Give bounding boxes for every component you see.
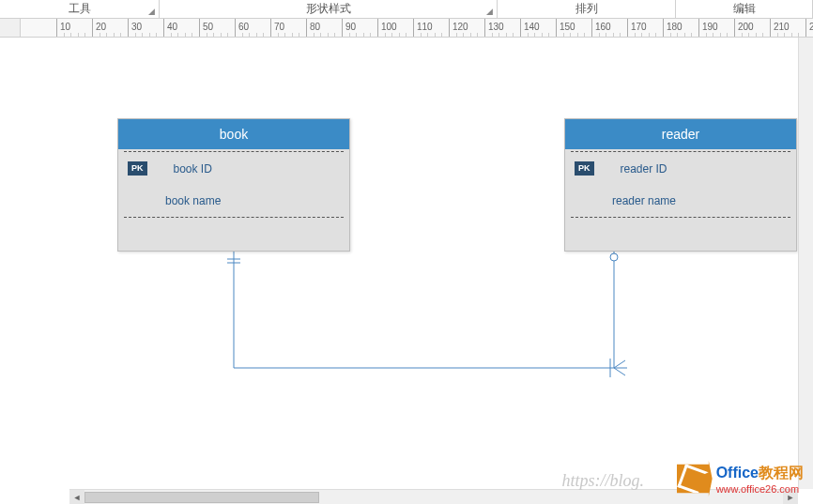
ruler-tick: 190 [698,19,699,38]
scroll-thumb[interactable] [84,492,319,503]
pk-badge: PK [575,161,594,176]
logo-word-office: Office [716,465,759,481]
ribbon: 工具◢形状样式◢排列编辑 [0,0,813,19]
attribute-name: book name [165,194,221,207]
ruler-tick-label: 180 [667,22,683,32]
ruler-tick: 130 [484,19,485,38]
ribbon-group-1[interactable]: 形状样式◢ [160,0,498,18]
ruler-tick-label: 150 [560,22,575,32]
relationship-connector [21,38,813,488]
ruler-tick: 80 [306,19,307,38]
vertical-scrollbar[interactable] [798,38,813,489]
ruler-tick: 170 [627,19,628,38]
dialog-launcher-icon[interactable]: ◢ [484,7,494,16]
svg-point-5 [610,253,618,261]
ribbon-group-0[interactable]: 工具◢ [0,0,160,18]
pk-badge: PK [128,161,147,176]
ruler-tick: 110 [413,19,414,38]
entity-attr-row: book name [118,185,349,217]
ribbon-group-label: 排列 [575,1,598,17]
ruler-tick-label: 210 [774,22,790,32]
ruler-tick-label: 60 [238,22,249,32]
ruler-tick: 200 [734,19,735,38]
ruler-tick-label: 200 [738,22,754,32]
ruler-tick: 70 [270,19,271,38]
entity-title: book [118,119,349,149]
site-logo: Office教程网 www.office26.com [677,461,804,496]
ruler-tick-label: 40 [167,22,177,32]
ribbon-group-label: 形状样式 [306,1,351,17]
attribute-name: reader ID [621,162,667,176]
ruler-tick: 90 [342,19,343,38]
ruler-tick-label: 70 [274,22,284,32]
drawing-canvas[interactable]: book PK book ID book name reader PK read… [21,38,798,489]
entity-reader[interactable]: reader PK reader ID reader name [564,118,797,252]
ruler-tick-label: 90 [345,22,356,32]
ruler-tick: 220 [805,19,806,38]
attribute-name: book ID [174,162,212,176]
ruler-tick-label: 20 [96,22,106,32]
separator [571,217,790,218]
logo-word-cn: 教程网 [759,465,804,481]
ruler-tick-label: 160 [595,22,611,32]
ruler-tick-label: 130 [488,22,504,32]
dialog-launcher-icon[interactable]: ◢ [146,7,156,16]
ruler-tick: 160 [591,19,592,38]
ruler-tick: 50 [199,19,200,38]
ruler-tick-label: 140 [524,22,540,32]
logo-arrow-icon [677,461,713,496]
watermark-text: https://blog. [561,471,644,491]
ruler-tick: 210 [770,19,771,38]
horizontal-ruler: 1020304050607080901001101201301401501601… [0,19,813,38]
ruler-tick-label: 110 [417,22,433,32]
separator [124,217,344,218]
ribbon-group-3[interactable]: 编辑 [676,0,813,18]
entity-title: reader [565,119,796,149]
ruler-tick: 120 [449,19,450,38]
ruler-tick-label: 170 [631,22,647,32]
ruler-tick: 30 [128,19,129,38]
attribute-name: reader name [612,194,676,207]
ruler-tick-label: 190 [702,22,718,32]
ruler-tick: 40 [163,19,164,38]
ruler-tick: 140 [520,19,521,38]
svg-line-6 [614,360,625,368]
entity-book[interactable]: book PK book ID book name [117,118,350,252]
entity-attr-row: reader name [565,185,796,217]
ruler-corner-stub [0,19,21,38]
ribbon-group-2[interactable]: 排列 [498,0,676,18]
svg-line-7 [614,368,625,375]
logo-text-block: Office教程网 www.office26.com [716,464,804,495]
ribbon-group-label: 工具 [69,1,91,17]
entity-pk-row: PK book ID [118,152,349,185]
ruler-tick-label: 80 [310,22,320,32]
ruler-tick: 10 [56,19,57,38]
ruler-tick-label: 120 [453,22,468,32]
ruler-tick: 100 [377,19,378,38]
ruler-tick-label: 100 [381,22,397,32]
entity-pk-row: PK reader ID [565,152,796,185]
ruler-tick: 20 [92,19,93,38]
ruler-tick: 180 [663,19,664,38]
ruler-tick-label: 30 [131,22,142,32]
logo-line2: www.office26.com [716,483,804,495]
ruler-tick-label: 10 [60,22,70,32]
ruler-tick: 150 [556,19,557,38]
ruler-tick: 60 [235,19,236,38]
logo-line1: Office教程网 [716,464,804,483]
ruler-tick-label: 50 [203,22,213,32]
scroll-left-button[interactable]: ◄ [69,490,84,505]
ruler-tick-label: 220 [809,22,813,32]
ribbon-group-label: 编辑 [733,1,756,17]
